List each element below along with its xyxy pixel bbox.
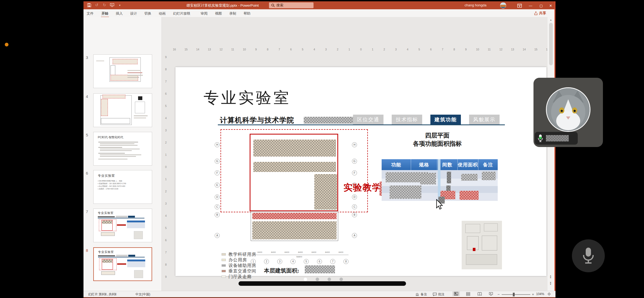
fit-to-window-icon [547, 292, 551, 296]
ruler-number: 4 [164, 116, 168, 129]
ruler-number: 9 [164, 275, 168, 287]
slide-thumbnail-4[interactable] [93, 93, 152, 127]
floor-area-label[interactable]: 本层建筑面积: [264, 267, 299, 274]
page-dot-active[interactable] [304, 278, 307, 281]
recording-toolbar[interactable] [239, 281, 406, 286]
slide-counter[interactable]: 幻灯片 第8张, 共8张 [88, 292, 117, 297]
grid-bubble: 8 [343, 259, 349, 264]
slide-thumbnail-6[interactable]: 专业实验室 • D区理学科学院2号楼 三、四层 • 实验室面积：16个房间 89… [93, 170, 152, 204]
slide-sorter-view-button[interactable] [466, 292, 470, 296]
thumb4-plan-left-col [101, 99, 108, 116]
tab-help[interactable]: 帮助 [242, 11, 252, 16]
sitemap-block [484, 223, 498, 231]
next-slide-button[interactable]: ▼▼ [549, 282, 552, 285]
share-button[interactable]: 共享 [534, 10, 546, 16]
tab-view[interactable]: 视图 [214, 11, 223, 16]
tab-design[interactable]: 设计 [129, 11, 138, 16]
tab-record[interactable]: 录制 [228, 11, 237, 16]
slide-thumbnail-5[interactable]: PC时代-智慧化时代 [93, 132, 152, 166]
start-slideshow-icon[interactable] [110, 3, 114, 7]
ruler-number: 4 [308, 48, 320, 52]
tab-review[interactable]: 审阅 [200, 11, 209, 16]
grid-bubble: C [352, 204, 357, 209]
legend-item: 办公用房 [222, 257, 256, 263]
thumb8-title: 专业实验室 [98, 250, 114, 254]
horizontal-ruler[interactable]: 1615141312111098765432101234567891011121… [169, 48, 553, 52]
slide-thumbnail-3[interactable] [93, 54, 152, 88]
vertical-ruler[interactable]: 9876543210123456789 [164, 55, 168, 287]
table-title[interactable]: 四层平面 各项功能面积指标 [408, 131, 466, 148]
zoom-slider-track[interactable] [502, 294, 530, 295]
fit-to-window-button[interactable] [547, 292, 551, 296]
save-icon[interactable] [87, 3, 91, 7]
thumb7-header-line [98, 218, 144, 218]
language-indicator[interactable]: 中文(中国) [135, 292, 150, 297]
slide-nav-tab-location[interactable]: 区位交通 [353, 115, 383, 124]
search-input[interactable]: 搜索 [269, 2, 314, 8]
slide-thumbnail-8-selected[interactable]: 专业实验室 [93, 247, 152, 281]
thumb7-college-bar [98, 216, 115, 217]
microphone-button[interactable] [572, 239, 605, 272]
thumb8-table-head [127, 260, 145, 261]
redo-icon[interactable]: ↻ [102, 3, 107, 7]
slide-thumbnail-7[interactable]: 专业实验室 [93, 209, 152, 242]
censored-cell [390, 185, 421, 199]
thumb4-logo [138, 96, 142, 100]
tab-animations[interactable]: 动画 [158, 11, 167, 16]
dimension-row: 8400840084008400840084008400 [253, 251, 349, 255]
grid-bubble: A [352, 233, 357, 238]
ribbon-display-options-button[interactable] [515, 3, 523, 8]
page-dot[interactable] [316, 278, 319, 281]
censored-cell [447, 172, 451, 183]
normal-view-button[interactable] [452, 291, 460, 296]
ruler-number: 0 [164, 165, 168, 178]
slideshow-view-button[interactable] [489, 292, 493, 296]
slide-title[interactable]: 专业实验室 [204, 88, 291, 108]
slide-nav-tab-specs[interactable]: 技术指标 [392, 115, 422, 124]
zoom-out-button[interactable]: − [497, 292, 500, 296]
zoom-level[interactable]: 104% [536, 292, 544, 296]
slide-nav-tab-function-active[interactable]: 建筑功能 [430, 115, 461, 124]
sitemap-block [466, 254, 497, 265]
table-title-line1: 四层平面 [408, 131, 466, 140]
tab-transitions[interactable]: 切换 [143, 11, 152, 16]
thumb4-note-1 [134, 115, 148, 116]
maximize-button[interactable]: ▢ [537, 3, 545, 8]
account-name[interactable]: chang hongda [465, 3, 486, 7]
close-button[interactable]: ✕ [547, 3, 555, 8]
comments-button[interactable]: 批注 [433, 292, 444, 297]
minimize-button[interactable]: — [527, 3, 535, 8]
red-annotation-label[interactable]: 实验教学 [343, 182, 382, 194]
dimension-label: 8400 [307, 251, 321, 255]
page-dot[interactable] [339, 278, 343, 281]
video-call-participant-card[interactable] [533, 78, 603, 147]
scrollbar-thumb[interactable] [549, 23, 553, 65]
ruler-number: 2 [164, 141, 168, 153]
customize-qat-icon[interactable]: ▾ [117, 3, 122, 7]
slide-nav-tab-appearance[interactable]: 风貌展示 [469, 115, 500, 124]
reading-view-button[interactable] [478, 292, 482, 296]
slide-nav-tab-label: 技术指标 [396, 116, 418, 123]
thumb5-text-3 [100, 145, 138, 146]
ruler-number: 7 [437, 48, 448, 52]
grid-bubble: D [352, 195, 357, 200]
zoom-slider-handle[interactable] [513, 293, 515, 296]
ruler-number: 6 [285, 48, 297, 52]
zoom-in-button[interactable]: + [532, 292, 534, 296]
tab-insert[interactable]: 插入 [115, 11, 124, 16]
area-table-body[interactable] [382, 170, 498, 201]
grid-bubble: E [215, 183, 220, 188]
previous-slide-button[interactable]: ▲▲ [549, 275, 552, 278]
tab-home[interactable]: 开始 [100, 11, 109, 16]
thumb4-plan-top-row [103, 95, 125, 98]
notes-button[interactable]: 备注 [415, 292, 427, 297]
vertical-scrollbar[interactable]: ▲ ▲▲ ▼▼ [548, 17, 554, 291]
tab-slideshow[interactable]: 幻灯片放映 [172, 11, 191, 16]
ruler-number: 9 [460, 48, 472, 52]
tab-file[interactable]: 文件 [86, 11, 95, 16]
scroll-up-icon[interactable]: ▲ [550, 19, 552, 21]
account-avatar[interactable] [500, 2, 506, 8]
page-dot[interactable] [328, 278, 331, 281]
undo-icon[interactable]: ↺ [94, 3, 99, 7]
college-heading[interactable]: 计算机科学与技术学院 [220, 115, 294, 125]
